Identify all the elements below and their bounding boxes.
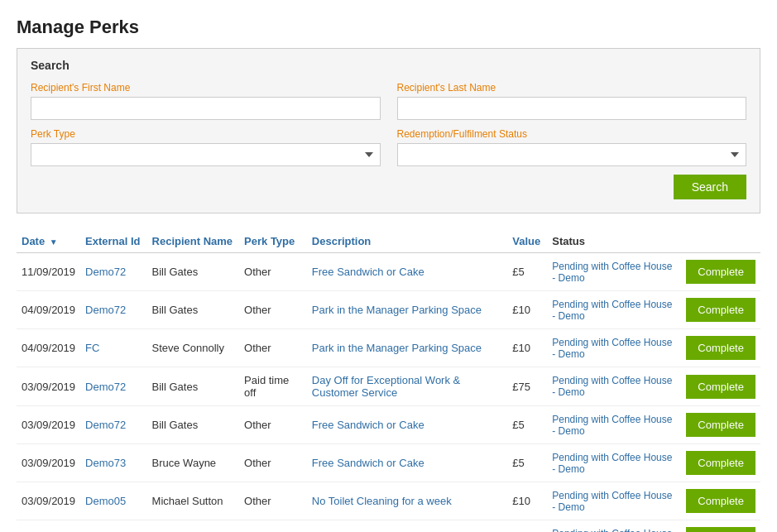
col-status: Status	[547, 230, 681, 253]
cell-external-id[interactable]: Demo73	[80, 444, 146, 482]
cell-action: Complete	[681, 520, 760, 533]
cell-description[interactable]: Free Sandwich or Cake	[307, 253, 507, 291]
cell-date: 03/09/2019	[17, 367, 80, 406]
table-row: 03/09/2019 Demo72 Bill Gates Paid time o…	[17, 367, 760, 406]
cell-recipient-name: Michael Sutton	[147, 482, 240, 520]
perks-table: Date ▼ External Id Recipient Name Perk T…	[17, 230, 760, 532]
cell-status: Pending with Coffee House - Demo	[547, 482, 681, 520]
cell-recipient-name: Bill Gates	[147, 406, 240, 444]
col-description: Description	[307, 230, 507, 253]
table-row: 11/09/2019 Demo72 Bill Gates Other Free …	[17, 253, 760, 291]
cell-value: £10	[507, 482, 547, 520]
col-date[interactable]: Date ▼	[17, 230, 80, 253]
last-name-label: Recipient's Last Name	[397, 82, 747, 93]
cell-perk-type: Other	[239, 520, 307, 533]
complete-button[interactable]: Complete	[686, 375, 755, 399]
cell-external-id[interactable]: Demo72	[80, 367, 146, 406]
cell-perk-type: Paid time off	[239, 367, 307, 406]
cell-date: 03/09/2019	[17, 406, 80, 444]
cell-description[interactable]: Free Sandwich or Cake	[307, 520, 507, 533]
cell-perk-type: Other	[239, 482, 307, 520]
cell-external-id[interactable]: Demo72	[80, 291, 146, 329]
cell-description[interactable]: Park in the Manager Parking Space	[307, 291, 507, 329]
cell-status: Pending with Coffee House - Demo	[547, 367, 681, 406]
col-recipient-name: Recipient Name	[147, 230, 240, 253]
cell-perk-type: Other	[239, 406, 307, 444]
table-row: 04/09/2019 FC Steve Connolly Other Park …	[17, 329, 760, 367]
search-row-2: Perk Type Other Paid time off Redemption…	[31, 128, 746, 166]
table-body: 11/09/2019 Demo72 Bill Gates Other Free …	[17, 253, 760, 533]
cell-status: Pending with Coffee House - Demo	[547, 329, 681, 367]
cell-status: Pending with Coffee House - Demo	[547, 444, 681, 482]
cell-value: £5	[507, 253, 547, 291]
table-row: 04/09/2019 Demo72 Bill Gates Other Park …	[17, 291, 760, 329]
complete-button[interactable]: Complete	[686, 260, 755, 284]
complete-button[interactable]: Complete	[686, 336, 755, 360]
cell-date: 04/09/2019	[17, 291, 80, 329]
complete-button[interactable]: Complete	[686, 489, 755, 513]
cell-value: £5	[507, 406, 547, 444]
cell-status: Pending with Coffee House - Demo	[547, 406, 681, 444]
cell-value: £10	[507, 291, 547, 329]
cell-perk-type: Other	[239, 329, 307, 367]
cell-description[interactable]: Day Off for Exceptional Work & Customer …	[307, 367, 507, 406]
col-perk-type: Perk Type	[239, 230, 307, 253]
cell-perk-type: Other	[239, 444, 307, 482]
complete-button[interactable]: Complete	[686, 527, 755, 532]
cell-date: 04/09/2019	[17, 329, 80, 367]
table-row: 15/08/2019 Demo05 Michael Sutton Other F…	[17, 520, 760, 533]
cell-action: Complete	[681, 329, 760, 367]
cell-recipient-name: Michael Sutton	[147, 520, 240, 533]
table-header: Date ▼ External Id Recipient Name Perk T…	[17, 230, 760, 253]
cell-action: Complete	[681, 291, 760, 329]
perk-type-select[interactable]: Other Paid time off	[31, 143, 381, 166]
cell-external-id[interactable]: Demo05	[80, 520, 146, 533]
search-button-row: Search	[31, 175, 746, 199]
status-group: Redemption/Fulfilment Status Pending wit…	[397, 128, 747, 166]
search-row-1: Recipient's First Name Recipient's Last …	[31, 82, 746, 120]
cell-perk-type: Other	[239, 291, 307, 329]
page-title: Manage Perks	[17, 17, 760, 38]
cell-recipient-name: Bill Gates	[147, 367, 240, 406]
last-name-group: Recipient's Last Name	[397, 82, 747, 120]
cell-date: 15/08/2019	[17, 520, 80, 533]
cell-status: Pending with Coffee House - Demo	[547, 291, 681, 329]
complete-button[interactable]: Complete	[686, 298, 755, 322]
cell-external-id[interactable]: Demo05	[80, 482, 146, 520]
complete-button[interactable]: Complete	[686, 413, 755, 437]
status-label: Redemption/Fulfilment Status	[397, 128, 747, 140]
cell-value: £5	[507, 520, 547, 533]
col-action	[681, 230, 760, 253]
perk-type-group: Perk Type Other Paid time off	[31, 128, 381, 166]
cell-action: Complete	[681, 406, 760, 444]
cell-value: £5	[507, 444, 547, 482]
cell-action: Complete	[681, 444, 760, 482]
table-row: 03/09/2019 Demo73 Bruce Wayne Other Free…	[17, 444, 760, 482]
cell-recipient-name: Steve Connolly	[147, 329, 240, 367]
cell-perk-type: Other	[239, 253, 307, 291]
first-name-input[interactable]	[31, 97, 381, 120]
sort-arrow-icon: ▼	[50, 237, 58, 247]
cell-action: Complete	[681, 367, 760, 406]
complete-button[interactable]: Complete	[686, 451, 755, 475]
cell-date: 11/09/2019	[17, 253, 80, 291]
cell-external-id[interactable]: Demo72	[80, 406, 146, 444]
cell-recipient-name: Bill Gates	[147, 253, 240, 291]
cell-external-id[interactable]: Demo72	[80, 253, 146, 291]
search-button[interactable]: Search	[674, 175, 746, 199]
cell-description[interactable]: Free Sandwich or Cake	[307, 444, 507, 482]
cell-description[interactable]: Free Sandwich or Cake	[307, 406, 507, 444]
status-select[interactable]: Pending with Coffee House - Demo Complet…	[397, 143, 747, 166]
first-name-group: Recipient's First Name	[31, 82, 381, 120]
cell-description[interactable]: Park in the Manager Parking Space	[307, 329, 507, 367]
cell-description[interactable]: No Toilet Cleaning for a week	[307, 482, 507, 520]
cell-value: £10	[507, 329, 547, 367]
cell-action: Complete	[681, 482, 760, 520]
cell-status: Pending with Coffee House - Demo	[547, 253, 681, 291]
cell-status: Pending with Coffee House - Demo	[547, 520, 681, 533]
last-name-input[interactable]	[397, 97, 747, 120]
col-external-id: External Id	[80, 230, 146, 253]
table-header-row: Date ▼ External Id Recipient Name Perk T…	[17, 230, 760, 253]
cell-external-id[interactable]: FC	[80, 329, 146, 367]
search-panel-title: Search	[31, 59, 746, 72]
